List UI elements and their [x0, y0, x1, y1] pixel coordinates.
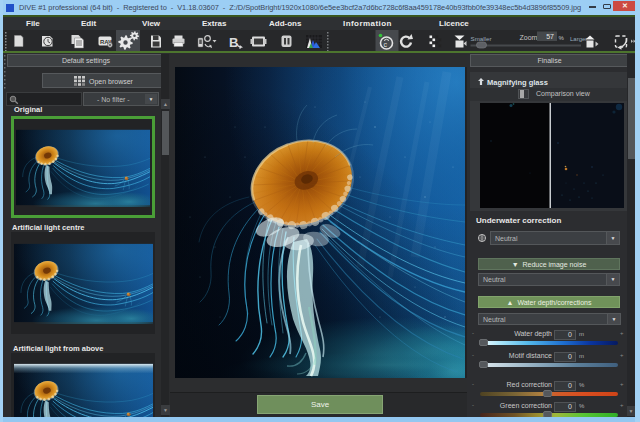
svg-text:Smaller: Smaller	[471, 35, 492, 42]
svg-text:B: B	[229, 35, 238, 50]
svg-text:c: c	[384, 41, 388, 48]
svg-text:%: %	[559, 35, 565, 41]
svg-text:Zoom: Zoom	[520, 34, 538, 41]
svg-text:57: 57	[546, 33, 554, 40]
svg-text:Larger: Larger	[570, 36, 587, 42]
